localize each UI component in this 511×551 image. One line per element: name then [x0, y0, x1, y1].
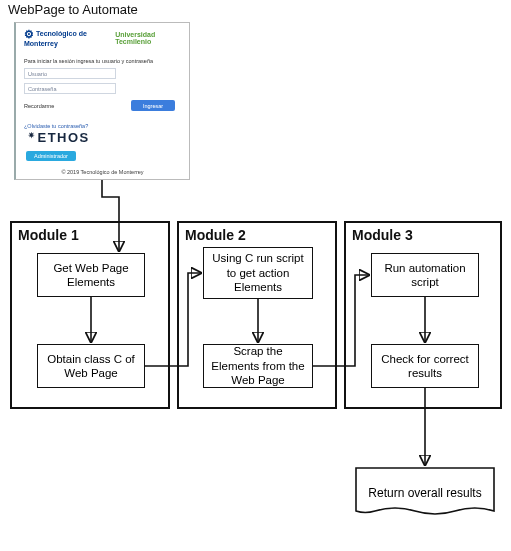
result-text: Return overall results — [368, 486, 481, 501]
result-node: Return overall results — [355, 467, 495, 519]
login-button[interactable]: Ingresar — [131, 100, 175, 111]
ethos-brand: ✷ETHOS — [28, 131, 181, 144]
m1-node-get-elements: Get Web Page Elements — [37, 253, 145, 297]
m3-node-check-results: Check for correct results — [371, 344, 479, 388]
logo-row: ⚙Tecnológico de Monterrey Universidad Te… — [24, 29, 181, 47]
module-3-label: Module 3 — [352, 227, 413, 243]
m3-node-run-automation: Run automation script — [371, 253, 479, 297]
diagram-canvas: WebPage to Automate ⚙Tecnológico de Mont… — [0, 0, 511, 551]
star-icon: ✷ — [28, 131, 37, 140]
webpage-panel: ⚙Tecnológico de Monterrey Universidad Te… — [14, 22, 190, 180]
m1-node-obtain-class: Obtain class C of Web Page — [37, 344, 145, 388]
m2-node-run-script: Using C run script to get action Element… — [203, 247, 313, 299]
username-input[interactable]: Usuario — [24, 68, 116, 79]
forgot-password-link[interactable]: ¿Olvidaste tu contraseña? — [24, 123, 181, 129]
login-hint: Para iniciar la sesión ingresa tu usuari… — [24, 58, 181, 64]
module-2-label: Module 2 — [185, 227, 246, 243]
module-1-label: Module 1 — [18, 227, 79, 243]
ethos-text: ETHOS — [38, 130, 90, 145]
m2-node-scrap: Scrap the Elements from the Web Page — [203, 344, 313, 388]
admin-pill[interactable]: Administrador — [26, 151, 76, 161]
gear-icon: ⚙ — [24, 28, 34, 40]
password-input[interactable]: Contraseña — [24, 83, 116, 94]
remember-label: Recordarme — [24, 103, 54, 109]
diagram-title: WebPage to Automate — [8, 2, 138, 17]
tecmilenio-logo: Universidad Tecmilenio — [115, 31, 181, 45]
tec-logo: ⚙Tecnológico de Monterrey — [24, 29, 107, 47]
copyright: © 2019 Tecnológico de Monterrey — [24, 169, 181, 175]
